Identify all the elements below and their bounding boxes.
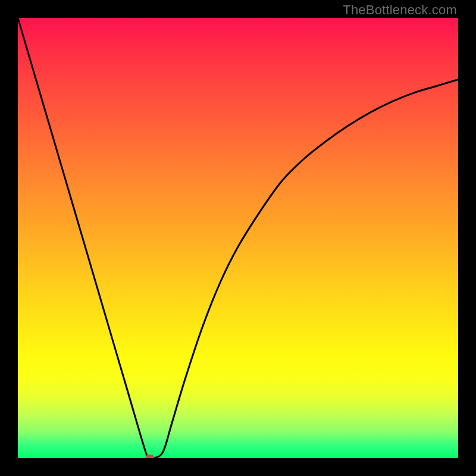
optimal-marker xyxy=(146,455,154,458)
chart-frame: TheBottleneck.com xyxy=(0,0,476,476)
bottleneck-curve xyxy=(18,18,458,458)
plot-area xyxy=(18,18,458,458)
watermark-text: TheBottleneck.com xyxy=(343,2,457,18)
curve-layer xyxy=(18,18,458,458)
